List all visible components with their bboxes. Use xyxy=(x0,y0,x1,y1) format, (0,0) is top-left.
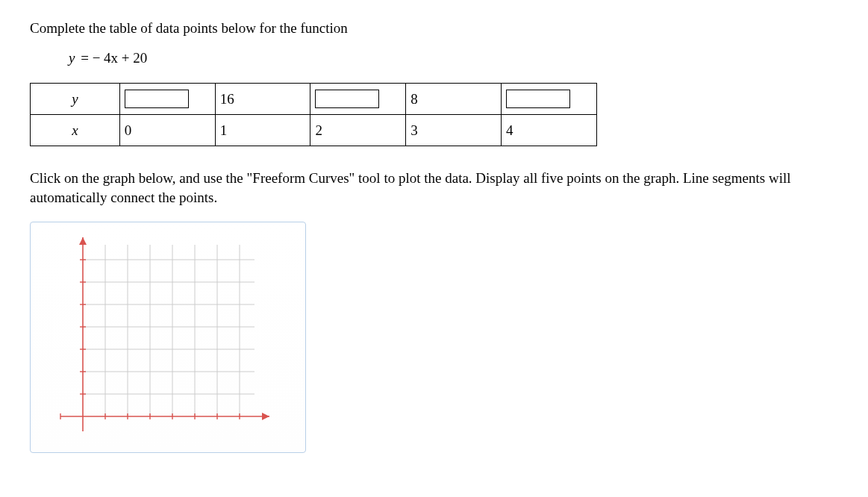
instructions-text: Click on the graph below, and use the "F… xyxy=(30,169,836,207)
x-cell-1: 1 xyxy=(215,115,310,146)
data-table: y 16 8 x 0 1 2 3 4 xyxy=(30,83,597,146)
y-input-0[interactable] xyxy=(125,90,189,108)
graph-panel[interactable] xyxy=(30,222,306,453)
x-cell-2: 2 xyxy=(310,115,406,146)
y-input-4[interactable] xyxy=(506,90,570,108)
x-cell-4: 4 xyxy=(502,115,597,146)
y-cell-2 xyxy=(310,84,406,115)
svg-marker-16 xyxy=(262,413,269,420)
y-cell-0 xyxy=(119,84,215,115)
prompt-text: Complete the table of data points below … xyxy=(30,20,838,37)
x-cell-3: 3 xyxy=(406,115,502,146)
table-row-y: y 16 8 xyxy=(31,84,597,115)
x-row-header: x xyxy=(31,115,120,146)
equation: y = − 4x + 20 xyxy=(69,50,838,66)
table-row-x: x 0 1 2 3 4 xyxy=(31,115,597,146)
y-cell-3: 8 xyxy=(406,84,502,115)
equation-rhs: = − 4x + 20 xyxy=(81,50,147,66)
y-cell-1: 16 xyxy=(215,84,310,115)
svg-marker-17 xyxy=(79,237,87,245)
y-cell-4 xyxy=(502,84,597,115)
x-cell-0: 0 xyxy=(119,115,215,146)
equation-lhs: y xyxy=(69,50,75,66)
y-row-header: y xyxy=(31,84,120,115)
graph-canvas[interactable] xyxy=(38,230,299,446)
y-input-2[interactable] xyxy=(315,90,379,108)
